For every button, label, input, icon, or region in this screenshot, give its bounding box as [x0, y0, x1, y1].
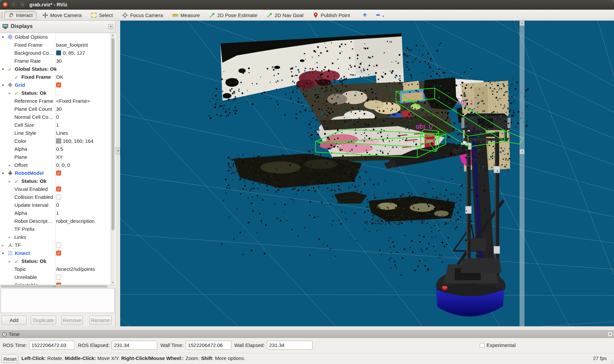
close-displays-icon[interactable]: ✕ — [108, 24, 113, 29]
tree-row-value[interactable]: XY — [56, 153, 63, 161]
tree-row-selectable[interactable]: Selectable✓ — [0, 281, 116, 285]
tree-row-line-style[interactable]: Line StyleLines — [0, 129, 116, 137]
enable-checkbox[interactable] — [56, 195, 61, 200]
tree-row-plane[interactable]: PlaneXY — [0, 153, 116, 161]
tree-row-kinect[interactable]: ▾Kinect✓ — [0, 249, 116, 257]
minimize-window-icon[interactable]: – — [11, 2, 17, 7]
enable-checkbox[interactable]: ✓ — [56, 251, 61, 256]
tool-move-camera[interactable]: Move Camera — [38, 11, 85, 19]
right-panel-splitter[interactable]: ▴ ◂ — [520, 21, 525, 326]
displays-panel-header[interactable]: Displays ✕ — [0, 21, 115, 33]
tree-row-fixed-frame[interactable]: ✓Fixed FrameOK — [0, 73, 116, 81]
tree-row-value[interactable]: 30 — [56, 57, 62, 65]
experimental-option[interactable]: Experimental — [480, 342, 516, 348]
maximize-window-icon[interactable]: ▢ — [20, 2, 25, 7]
wall-time-input[interactable] — [186, 341, 231, 350]
tree-row-value[interactable]: robot_description — [56, 217, 94, 225]
tree-vertical-scrollbar[interactable]: ▴ ▾ — [111, 33, 115, 285]
tree-row-background-co[interactable]: Background Co…0; 85; 127 — [0, 49, 116, 57]
tree-row-value[interactable]: OK — [56, 73, 63, 81]
tree-row-alpha[interactable]: Alpha0.5 — [0, 145, 116, 153]
collapse-arrow-icon[interactable]: ▾ — [2, 81, 4, 89]
tree-row-status-ok[interactable]: ▸✓Status: Ok — [0, 177, 116, 185]
tool-select[interactable]: Select — [87, 11, 117, 19]
remove-tool-button[interactable]: ▾ — [373, 12, 388, 18]
tree-row-offset[interactable]: ▸Offset0; 0; 0 — [0, 161, 116, 169]
render-viewport[interactable]: obj_0 obj_1 — [120, 21, 614, 326]
toolbar-grip[interactable] — [1, 11, 3, 19]
scroll-up-icon[interactable]: ▴ — [111, 33, 115, 37]
tree-row-value[interactable]: /kinect2/sd/points — [56, 265, 95, 273]
tree-row-status-ok[interactable]: ▸✓Status: Ok — [0, 89, 116, 97]
scroll-up-icon[interactable]: ▴ — [520, 21, 525, 26]
tool-2d-pose-estimate[interactable]: 2D Pose Estimate — [206, 11, 261, 19]
expand-arrow-icon[interactable]: ▸ — [2, 241, 4, 249]
tree-row-cell-size[interactable]: Cell Size1 — [0, 121, 116, 129]
tree-row-normal-cell-co[interactable]: Normal Cell Co…0 — [0, 113, 116, 121]
tree-row-grid[interactable]: ▾Grid✓ — [0, 81, 116, 89]
enable-checkbox[interactable] — [56, 275, 61, 280]
collapse-arrow-icon[interactable]: ▾ — [2, 33, 4, 41]
tree-row-update-interval[interactable]: Update Interval0 — [0, 201, 116, 209]
tree-row-value[interactable]: 0 — [56, 201, 59, 209]
time-panel-header[interactable]: Time ✕ — [0, 330, 614, 338]
tree-row-unreliable[interactable]: Unreliable — [0, 273, 116, 281]
tree-row-value[interactable]: Lines — [56, 129, 68, 137]
tool-2d-nav-goal[interactable]: 2D Nav Goal — [263, 11, 307, 19]
tree-row-links[interactable]: ▸Links — [0, 233, 116, 241]
collapse-left-panel-icon[interactable]: ◂ — [116, 147, 120, 154]
tool-interact[interactable]: Interact — [4, 11, 36, 19]
ros-elapsed-input[interactable] — [112, 341, 157, 350]
tool-measure[interactable]: Measure — [169, 11, 203, 19]
ros-time-input[interactable] — [29, 341, 75, 350]
tree-row-value[interactable]: 160; 160; 164 — [63, 137, 93, 145]
tree-row-tf[interactable]: ▸TF — [0, 241, 116, 249]
expand-arrow-icon[interactable]: ▸ — [9, 89, 11, 97]
scroll-down-icon[interactable]: ▾ — [111, 280, 115, 285]
add-button[interactable]: Add — [1, 316, 27, 325]
tree-row-fixed-frame[interactable]: Fixed Framebase_footprint — [0, 41, 116, 49]
expand-arrow-icon[interactable]: ▸ — [9, 161, 11, 169]
tree-row-value[interactable]: 1 — [56, 209, 59, 217]
tree-row-value[interactable]: <Fixed Frame> — [56, 97, 90, 105]
tree-row-robot-descript[interactable]: Robot Descript…robot_description — [0, 217, 116, 225]
close-window-icon[interactable]: ✕ — [3, 2, 8, 7]
tree-row-visual-enabled[interactable]: Visual Enabled✓ — [0, 185, 116, 193]
tree-row-collision-enabled[interactable]: Collision Enabled — [0, 193, 116, 201]
collapse-right-panel-icon[interactable]: ◂ — [520, 149, 525, 154]
collapse-arrow-icon[interactable]: ▾ — [2, 169, 4, 177]
tree-row-value[interactable]: 0 — [56, 113, 59, 121]
enable-checkbox[interactable]: ✓ — [56, 187, 61, 192]
wall-elapsed-input[interactable] — [267, 341, 313, 350]
tree-row-value[interactable]: 0; 0; 0 — [56, 161, 70, 169]
enable-checkbox[interactable] — [56, 243, 61, 248]
tree-row-value[interactable]: 0.5 — [56, 145, 63, 153]
tree-row-status-ok[interactable]: ▸✓Status: Ok — [0, 257, 116, 265]
tree-horizontal-scrollbar[interactable] — [0, 285, 116, 288]
enable-checkbox[interactable]: ✓ — [56, 82, 61, 87]
tree-row-global-status-ok[interactable]: ▾✓Global Status: Ok — [0, 65, 116, 73]
close-time-panel-icon[interactable]: ✕ — [608, 332, 613, 337]
tool-publish-point[interactable]: Publish Point — [309, 11, 354, 19]
tree-row-topic[interactable]: Topic/kinect2/sd/points — [0, 265, 116, 273]
expand-arrow-icon[interactable]: ▸ — [9, 257, 11, 265]
tree-row-value[interactable]: 30 — [56, 105, 62, 113]
reset-button[interactable]: Reset — [1, 355, 19, 363]
enable-checkbox[interactable]: ✓ — [56, 283, 61, 285]
tree-row-frame-rate[interactable]: Frame Rate30 — [0, 57, 116, 65]
collapse-arrow-icon[interactable]: ▾ — [2, 65, 4, 73]
tree-row-reference-frame[interactable]: Reference Frame<Fixed Frame> — [0, 97, 116, 105]
tree-row-value[interactable]: base_footprint — [56, 41, 88, 49]
tree-row-alpha[interactable]: Alpha1 — [0, 209, 116, 217]
expand-arrow-icon[interactable]: ▸ — [9, 233, 11, 241]
experimental-checkbox[interactable] — [480, 343, 484, 348]
tree-row-global-options[interactable]: ▾Global Options — [0, 33, 116, 41]
collapse-arrow-icon[interactable]: ▾ — [2, 249, 4, 257]
title-bar[interactable]: ✕ – ▢ grab.rviz* - RViz — [0, 0, 614, 10]
tree-row-value[interactable]: 0; 85; 127 — [63, 49, 85, 57]
tree-row-plane-cell-count[interactable]: Plane Cell Count30 — [0, 105, 116, 113]
add-tool-button[interactable]: + — [359, 11, 371, 19]
enable-checkbox[interactable]: ✓ — [56, 170, 61, 175]
tree-row-value[interactable]: 1 — [56, 121, 59, 129]
tool-focus-camera[interactable]: Focus Camera — [119, 11, 167, 19]
